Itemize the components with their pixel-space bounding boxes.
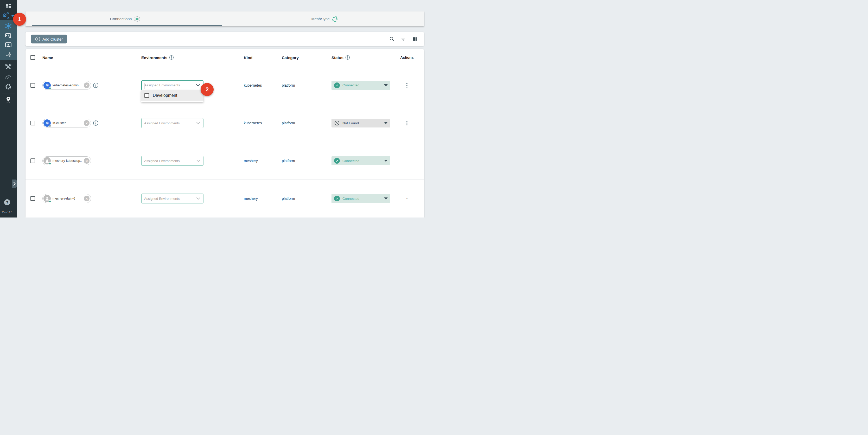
remove-connection-icon[interactable]: × [84,83,90,88]
location-pin-icon [5,96,11,103]
avatar-person-icon [43,195,51,202]
row-checkbox[interactable] [30,83,35,88]
environments-select[interactable] [141,156,204,166]
connection-chip[interactable]: ☸ in-cluster × [42,119,91,127]
status-badge[interactable]: Connected [332,194,390,203]
chevron-down-icon[interactable] [193,122,203,124]
help-button[interactable]: ? [4,199,10,205]
status-dot-green [49,200,51,203]
sidebar-item-workspaces[interactable] [0,50,17,60]
environments-input[interactable] [142,121,193,125]
kubernetes-logo-icon: ☸ [43,82,51,89]
sidebar-item-performance[interactable] [0,72,17,82]
status-dot-gray [49,125,51,127]
connection-info-icon[interactable] [93,120,99,126]
dashboard-icon [5,3,11,9]
chevron-down-icon[interactable] [193,197,203,199]
remove-connection-icon[interactable]: × [84,120,90,126]
sidebar-divider [2,93,14,93]
sidebar-expand-button[interactable] [12,180,17,188]
tab-meshsync[interactable]: MeshSync [225,11,424,26]
version-label: v0.7.77 [2,210,12,213]
sidebar-item-adapters[interactable] [0,31,17,40]
row-checkbox[interactable] [30,121,35,125]
status-badge[interactable]: Connected [332,156,390,165]
connection-name: meshery-dain-6 [53,197,82,200]
add-cluster-label: Add Cluster [42,37,63,41]
tabs-bar: Connections MeshSync [26,11,424,26]
environments-input[interactable] [142,159,193,163]
filter-icon[interactable] [401,36,406,42]
sidebar-item-extensions[interactable] [0,82,17,92]
connection-chip[interactable]: meshery-kubescop... × [42,156,91,165]
kind-value: kubernetes [244,121,262,125]
annotation-step-1-number: 1 [18,16,21,23]
tab-connections-label: Connections [110,17,132,21]
not-found-block-icon [334,120,340,126]
connection-chip[interactable]: ☸ kubernetes-admin... × [42,81,91,90]
category-value: platform [282,159,295,163]
status-caret-icon [384,84,388,86]
header-actions: Actions [400,55,413,60]
view-columns-icon[interactable] [412,36,417,42]
table-row: meshery-kubescop... × meshery platform C… [26,142,424,180]
avatar-person-icon [43,157,51,164]
help-label: ? [6,200,8,205]
connection-name: meshery-kubescop... [53,159,82,163]
status-caret-icon [384,122,388,124]
header-category: Category [282,55,299,60]
remove-connection-icon[interactable]: × [84,158,90,164]
environments-select[interactable] [141,81,204,90]
sidebar-item-dashboard[interactable] [0,1,17,11]
table-row: ☸ kubernetes-admin... × [26,66,424,104]
connection-info-icon[interactable] [93,83,99,88]
environments-input[interactable] [142,197,193,200]
tab-connections[interactable]: Connections [26,11,225,26]
environments-select[interactable] [141,118,204,128]
table-header-row: Name Environments Kind Category Status A… [26,49,424,66]
connection-chip[interactable]: meshery-dain-6 × [42,194,91,203]
actions-none: - [406,196,408,200]
option-checkbox[interactable] [145,93,149,98]
header-environments: Environments [141,55,167,60]
sidebar-item-remote-provider[interactable] [0,95,17,105]
connections-table: Name Environments Kind Category Status A… [26,49,424,218]
row-actions-menu-button[interactable] [405,120,408,126]
speedometer-icon [5,74,12,79]
environments-dropdown-menu: Development [141,90,204,102]
screen-user-icon [5,42,12,48]
row-checkbox[interactable] [30,158,35,163]
pipeline-icon [5,52,12,58]
annotation-step-2: 2 [200,83,214,96]
kind-value: kubernetes [244,83,262,87]
search-icon[interactable] [389,36,395,42]
remove-connection-icon[interactable]: × [84,196,90,201]
header-kind: Kind [244,55,252,60]
add-cluster-button[interactable]: Add Cluster [31,35,67,43]
environments-select[interactable] [141,193,204,204]
status-label: Connected [342,159,359,163]
active-tab-indicator [32,25,222,26]
connected-check-icon [334,158,340,164]
row-checkbox[interactable] [30,196,35,201]
tab-meshsync-label: MeshSync [311,17,330,21]
annotation-step-1: 1 [13,13,26,26]
status-dot-green [49,87,51,90]
environments-input[interactable] [142,83,193,87]
chevron-down-icon[interactable] [193,160,203,162]
dropdown-option-development[interactable]: Development [141,90,204,101]
sidebar-item-toolkit[interactable] [0,62,17,72]
connection-name: kubernetes-admin... [53,84,82,87]
row-actions-menu-button[interactable] [405,82,408,89]
connection-name: in-cluster [53,121,82,125]
extensions-ring-icon [5,83,12,90]
kind-value: meshery [244,196,258,200]
status-badge[interactable]: Connected [332,81,390,90]
environments-info-icon[interactable] [169,55,174,60]
sidebar-item-environments[interactable] [0,40,17,50]
select-all-checkbox[interactable] [30,55,35,60]
dropdown-next-item-edge [141,101,204,102]
header-status: Status [332,55,343,60]
status-info-icon[interactable] [345,55,350,60]
status-badge[interactable]: Not Found [332,119,390,127]
